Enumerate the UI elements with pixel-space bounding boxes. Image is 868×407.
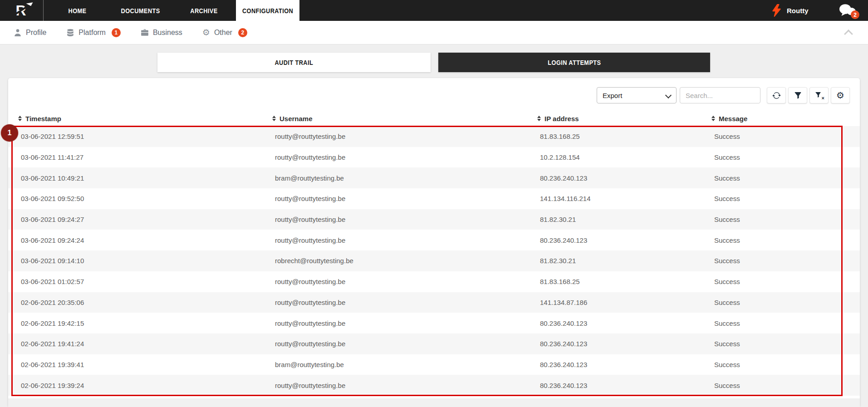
table-row[interactable]: 02-06-2021 19:42:15routty@routtytesting.…	[8, 313, 860, 333]
tab-documents[interactable]: DOCUMENTS	[109, 0, 172, 21]
table-cell: routty@routtytesting.be	[275, 209, 345, 230]
export-select[interactable]: Export	[597, 87, 677, 103]
refresh-icon	[772, 91, 781, 100]
tab-documents-label: DOCUMENTS	[121, 7, 160, 15]
table-cell: robrecht@routtytesting.be	[275, 250, 353, 271]
table-cell: 81.82.30.21	[540, 209, 576, 230]
table-cell: 03-06-2021 01:02:57	[21, 271, 84, 292]
login-attempts-panel: Export × ⚙	[8, 78, 860, 407]
subnav-item-platform[interactable]: Platform 1	[66, 28, 121, 37]
table-row[interactable]: 03-06-2021 01:02:57routty@routtytesting.…	[8, 271, 860, 292]
chat-button[interactable]: 2	[839, 4, 859, 18]
table-row[interactable]: 03-06-2021 12:59:51routty@routtytesting.…	[8, 126, 860, 147]
table-cell: 03-06-2021 09:14:10	[21, 250, 84, 271]
login-attempts-button[interactable]: LOGIN ATTEMPTS	[438, 53, 710, 72]
table-cell: routty@routtytesting.be	[275, 271, 345, 292]
table-cell: routty@routtytesting.be	[275, 333, 345, 354]
table-cell: routty@routtytesting.be	[275, 126, 345, 147]
table-row[interactable]: 03-06-2021 10:49:21bram@routtytesting.be…	[8, 167, 860, 188]
table-row[interactable]: 02-06-2021 19:39:24routty@routtytesting.…	[8, 375, 860, 396]
table-row[interactable]: 03-06-2021 09:14:10robrecht@routtytestin…	[8, 250, 860, 271]
table-cell: Success	[714, 209, 740, 230]
routty-logo[interactable]: R	[0, 0, 43, 21]
table-cell: Success	[714, 313, 740, 333]
account-name: Routty	[787, 7, 809, 15]
table-cell: Success	[714, 230, 740, 250]
table-row[interactable]: 02-06-2021 19:39:41bram@routtytesting.be…	[8, 354, 860, 375]
table-cell: 10.2.128.154	[540, 147, 580, 168]
other-badge: 2	[238, 28, 247, 37]
table-row[interactable]: 02-06-2021 20:35:06routty@routtytesting.…	[8, 292, 860, 313]
filter-remove-icon	[815, 92, 821, 98]
table-cell: Success	[714, 147, 740, 168]
tab-configuration[interactable]: CONFIGURATION	[236, 0, 299, 21]
table-cell: 02-06-2021 19:42:15	[21, 313, 84, 333]
table-cell: 81.83.168.25	[540, 271, 580, 292]
platform-badge: 1	[112, 28, 121, 37]
table-cell: routty@routtytesting.be	[275, 292, 345, 313]
sort-icon	[537, 116, 541, 121]
subnav-other-label: Other	[214, 29, 232, 37]
chevron-up-icon[interactable]	[845, 29, 852, 36]
filter-button[interactable]	[788, 87, 807, 103]
table-cell: routty@routtytesting.be	[275, 230, 345, 250]
column-label: Timestamp	[25, 115, 61, 123]
table-row[interactable]: 03-06-2021 09:52:50routty@routtytesting.…	[8, 188, 860, 209]
table-row[interactable]: 03-06-2021 11:41:27routty@routtytesting.…	[8, 147, 860, 168]
column-header-timestamp[interactable]: Timestamp	[18, 111, 61, 126]
column-label: IP address	[544, 115, 579, 123]
table-header: Timestamp Username IP address Message	[8, 111, 860, 126]
subnav-item-business[interactable]: Business	[141, 29, 182, 37]
table-cell: 03-06-2021 09:24:24	[21, 230, 84, 250]
table-cell: 141.134.87.186	[540, 292, 587, 313]
gear-icon: ⚙	[202, 29, 210, 37]
filter-remove-button[interactable]: ×	[809, 87, 829, 103]
table-row[interactable]: 02-06-2021 19:41:24routty@routtytesting.…	[8, 333, 860, 354]
topbar-separator	[43, 0, 44, 21]
table-cell: 03-06-2021 10:49:21	[21, 167, 84, 188]
table-cell: 141.134.116.214	[540, 188, 591, 209]
briefcase-icon	[141, 29, 149, 37]
table-cell: 80.236.240.123	[540, 333, 587, 354]
column-header-username[interactable]: Username	[272, 111, 313, 126]
table-cell: Success	[714, 375, 740, 396]
table-row[interactable]: 03-06-2021 09:24:27routty@routtytesting.…	[8, 209, 860, 230]
tab-home[interactable]: HOME	[45, 0, 109, 21]
app-screen: R HOME DOCUMENTS ARCHIVE CONFIGURATION R…	[0, 0, 868, 407]
table-cell: 02-06-2021 19:39:24	[21, 375, 84, 396]
table-cell: routty@routtytesting.be	[275, 313, 345, 333]
subnav-business-label: Business	[153, 29, 182, 37]
refresh-button[interactable]	[767, 87, 786, 103]
audit-trail-label: AUDIT TRAIL	[275, 59, 314, 66]
audit-trail-button[interactable]: AUDIT TRAIL	[157, 53, 431, 72]
column-header-ip-address[interactable]: IP address	[537, 111, 579, 126]
subnav-item-profile[interactable]: Profile	[14, 29, 46, 37]
tab-configuration-label: CONFIGURATION	[242, 7, 293, 15]
table-cell: 02-06-2021 19:41:24	[21, 333, 84, 354]
settings-button[interactable]: ⚙	[831, 87, 850, 103]
table-cell: Success	[714, 333, 740, 354]
search-input[interactable]	[680, 87, 760, 103]
person-icon	[14, 29, 22, 37]
account-area[interactable]: Routty	[771, 0, 809, 21]
tab-archive[interactable]: ARCHIVE	[172, 0, 236, 21]
table-cell: 80.236.240.123	[540, 313, 587, 333]
gear-icon: ⚙	[836, 91, 844, 100]
table-cell: 03-06-2021 12:59:51	[21, 126, 84, 147]
subnav-profile-label: Profile	[26, 29, 46, 37]
login-attempts-label: LOGIN ATTEMPTS	[548, 59, 601, 66]
partial-next-row	[8, 398, 860, 407]
column-header-message[interactable]: Message	[711, 111, 747, 126]
table-cell: 81.83.168.25	[540, 126, 580, 147]
subnav-item-other[interactable]: ⚙ Other 2	[202, 28, 247, 37]
table-cell: routty@routtytesting.be	[275, 147, 345, 168]
lightning-icon	[771, 4, 781, 17]
table-cell: 03-06-2021 09:24:27	[21, 209, 84, 230]
table-cell: 80.236.240.123	[540, 167, 587, 188]
export-select-wrap: Export	[597, 87, 677, 103]
table-row[interactable]: 03-06-2021 09:24:24routty@routtytesting.…	[8, 230, 860, 250]
table-cell: 80.236.240.123	[540, 230, 587, 250]
chat-badge: 2	[851, 10, 859, 19]
table-body: 03-06-2021 12:59:51routty@routtytesting.…	[8, 126, 860, 396]
table-cell: routty@routtytesting.be	[275, 188, 345, 209]
